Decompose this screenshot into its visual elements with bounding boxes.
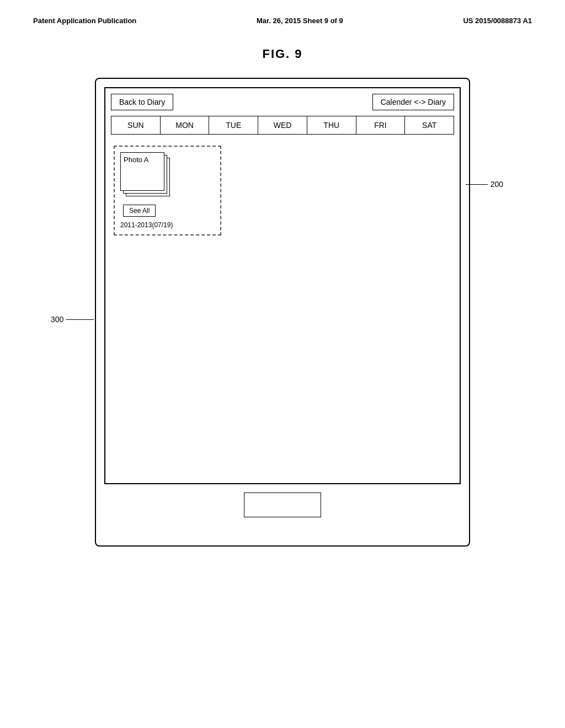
- header-left: Patent Application Publication: [33, 17, 136, 25]
- day-sun[interactable]: SUN: [111, 116, 161, 135]
- date-range: 2011-2013(07/19): [120, 221, 215, 229]
- back-to-diary-button[interactable]: Back to Diary: [111, 94, 173, 110]
- top-bar: Back to Diary Calender <-> Diary: [111, 94, 454, 110]
- figure-title: FIG. 9: [11, 47, 554, 61]
- photo-label: Photo A: [124, 156, 149, 164]
- photo-front: Photo A: [120, 152, 164, 191]
- calendar-diary-button[interactable]: Calender <-> Diary: [372, 94, 454, 110]
- device-container: 200 300 Back to Diary Calender <-> Diary…: [95, 78, 470, 547]
- day-sat[interactable]: SAT: [405, 116, 454, 135]
- content-area: Photo A See All 2011-2013(07/19): [111, 143, 454, 238]
- label-200: 200: [466, 180, 503, 189]
- photo-stack: Photo A: [120, 152, 175, 202]
- page: Patent Application Publication Mar. 26, …: [0, 0, 565, 728]
- header-right: US 2015/0088873 A1: [463, 17, 532, 25]
- day-thu[interactable]: THU: [307, 116, 356, 135]
- day-mon[interactable]: MON: [161, 116, 210, 135]
- day-fri[interactable]: FRI: [356, 116, 406, 135]
- header-center: Mar. 26, 2015 Sheet 9 of 9: [257, 17, 343, 25]
- bottom-button[interactable]: [244, 493, 321, 517]
- label-300: 300: [51, 315, 94, 324]
- photo-group-box: Photo A See All 2011-2013(07/19): [114, 146, 221, 235]
- phone-frame: Back to Diary Calender <-> Diary SUN MON…: [95, 78, 470, 547]
- screen: Back to Diary Calender <-> Diary SUN MON…: [104, 87, 461, 484]
- days-row: SUN MON TUE WED THU FRI SAT: [111, 116, 454, 135]
- bottom-button-area: [104, 484, 461, 523]
- day-tue[interactable]: TUE: [209, 116, 258, 135]
- day-wed[interactable]: WED: [258, 116, 307, 135]
- patent-header: Patent Application Publication Mar. 26, …: [11, 11, 554, 30]
- see-all-button[interactable]: See All: [123, 205, 156, 217]
